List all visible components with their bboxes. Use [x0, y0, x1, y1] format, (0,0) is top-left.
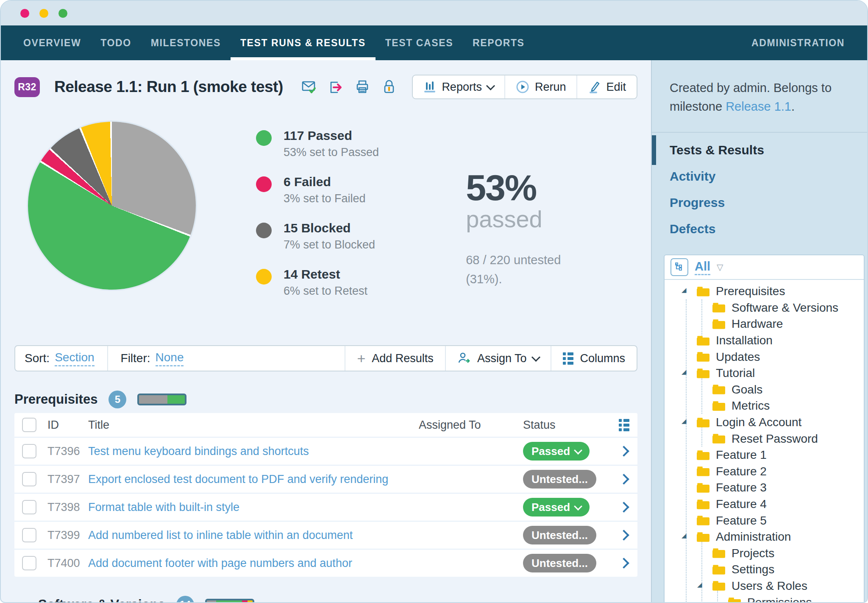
- tree-header: All ▽: [665, 255, 864, 280]
- filter-value-link[interactable]: None: [156, 351, 184, 366]
- row-checkbox[interactable]: [22, 500, 36, 514]
- status-dropdown[interactable]: Passed: [523, 442, 590, 461]
- tree-item-projects[interactable]: Projects: [665, 545, 864, 562]
- tree-item-updates[interactable]: Updates: [665, 349, 864, 365]
- table-row[interactable]: T7399 Add numbered list to inline table …: [14, 521, 637, 549]
- tree-item-feature-2[interactable]: Feature 2: [665, 463, 864, 480]
- open-test-chevron[interactable]: [618, 558, 629, 568]
- status-dropdown[interactable]: Untested...: [523, 554, 596, 572]
- assign-to-button[interactable]: Assign To: [445, 346, 551, 371]
- email-icon[interactable]: [301, 79, 317, 95]
- table-row[interactable]: T7398 Format table with built-in style P…: [14, 493, 637, 521]
- tab-milestones[interactable]: MILESTONES: [141, 25, 231, 60]
- tree-item-prerequisites[interactable]: ◢Prerequisites: [665, 283, 864, 300]
- section-software-versions: Software & Versions 14: [38, 595, 637, 603]
- folder-icon: [712, 384, 725, 395]
- test-title-link[interactable]: Add numbered list to inline table within…: [88, 529, 419, 542]
- tree-filter-caret-icon[interactable]: ▽: [717, 262, 723, 272]
- tree-item-hardware[interactable]: Hardware: [665, 316, 864, 332]
- tab-administration[interactable]: ADMINISTRATION: [742, 25, 854, 60]
- collapse-icon[interactable]: ◢: [682, 417, 687, 425]
- row-checkbox[interactable]: [22, 472, 36, 486]
- export-icon[interactable]: [328, 79, 343, 95]
- row-checkbox[interactable]: [22, 556, 36, 570]
- tree-item-feature-1[interactable]: Feature 1: [665, 447, 864, 463]
- row-checkbox[interactable]: [22, 444, 36, 458]
- sidebar-item-tests-results[interactable]: Tests & Results: [652, 137, 867, 163]
- reports-button-label: Reports: [442, 81, 482, 94]
- sidebar-item-defects[interactable]: Defects: [652, 216, 867, 242]
- open-test-chevron[interactable]: [618, 474, 629, 484]
- tree-item-reset-password[interactable]: Reset Password: [665, 430, 864, 447]
- table-header-row: ID Title Assigned To Status: [14, 413, 637, 437]
- test-title-link[interactable]: Format table with built-in style: [88, 501, 419, 514]
- passed-dot: [256, 130, 272, 146]
- tree-item-tutorial[interactable]: ◢Tutorial: [665, 365, 864, 382]
- select-all-checkbox[interactable]: [22, 418, 36, 432]
- tree-item-goals[interactable]: Goals: [665, 382, 864, 398]
- status-dropdown[interactable]: Untested...: [523, 526, 596, 544]
- tree-item-administration[interactable]: ◢Administration: [665, 529, 864, 545]
- test-title-link[interactable]: Export enclosed test document to PDF and…: [88, 473, 419, 486]
- reports-button[interactable]: Reports: [413, 75, 504, 98]
- collapse-icon[interactable]: ◢: [682, 286, 687, 294]
- lock-icon[interactable]: [381, 79, 397, 95]
- tests-table: ID Title Assigned To Status T7396 Test m…: [14, 413, 637, 577]
- edit-button[interactable]: Edit: [576, 75, 637, 98]
- table-row[interactable]: T7396 Test menu keyboard bindings and sh…: [14, 437, 637, 465]
- folder-icon: [697, 532, 709, 542]
- status-dropdown[interactable]: Passed: [523, 498, 590, 516]
- tab-test-runs-results[interactable]: TEST RUNS & RESULTS: [231, 25, 376, 60]
- tree-item-feature-5[interactable]: Feature 5: [665, 512, 864, 529]
- window-zoom-button[interactable]: [58, 9, 67, 18]
- tab-reports[interactable]: REPORTS: [463, 25, 534, 60]
- test-title-link[interactable]: Add document footer with page numbers an…: [88, 557, 419, 570]
- window-close-button[interactable]: [20, 9, 29, 18]
- tree-item-permissions[interactable]: Permissions: [665, 594, 864, 603]
- legend-failed-detail: 3% set to Failed: [284, 192, 366, 205]
- tree-filter-all-link[interactable]: All: [695, 260, 710, 275]
- status-dropdown[interactable]: Untested...: [523, 470, 596, 489]
- tree-item-feature-4[interactable]: Feature 4: [665, 496, 864, 513]
- row-checkbox[interactable]: [22, 528, 36, 542]
- tree-item-installation[interactable]: Installation: [665, 332, 864, 349]
- sidebar-item-progress[interactable]: Progress: [652, 190, 867, 216]
- tree-item-settings[interactable]: Settings: [665, 561, 864, 578]
- run-header: R32 Release 1.1: Run 1 (smoke test): [14, 70, 637, 103]
- table-row[interactable]: T7397 Export enclosed test document to P…: [14, 465, 637, 493]
- sort-label: Sort:: [25, 352, 50, 365]
- tree-view-icon[interactable]: [670, 258, 688, 276]
- print-icon[interactable]: [355, 79, 370, 95]
- tree-item-login-account[interactable]: ◢Login & Account: [665, 414, 864, 431]
- test-id: T7399: [47, 529, 88, 542]
- legend-retest-detail: 6% set to Retest: [284, 285, 367, 298]
- collapse-icon[interactable]: ◢: [682, 532, 687, 539]
- table-columns-icon[interactable]: [610, 419, 637, 431]
- tree-item-metrics[interactable]: Metrics: [665, 398, 864, 414]
- open-test-chevron[interactable]: [618, 446, 629, 456]
- tab-overview[interactable]: OVERVIEW: [14, 25, 91, 60]
- tree-item-users-roles[interactable]: ◢Users & Roles: [665, 578, 864, 595]
- columns-icon: [563, 352, 573, 365]
- rerun-button[interactable]: Rerun: [504, 75, 577, 98]
- tab-test-cases[interactable]: TEST CASES: [376, 25, 463, 60]
- test-title-link[interactable]: Test menu keyboard bindings and shortcut…: [88, 445, 419, 458]
- columns-button[interactable]: Columns: [551, 346, 637, 371]
- tab-todo[interactable]: TODO: [91, 25, 141, 60]
- chevron-down-icon: [531, 352, 540, 361]
- tree-item-feature-3[interactable]: Feature 3: [665, 480, 864, 496]
- window-titlebar: [1, 1, 867, 25]
- milestone-link[interactable]: Release 1.1: [726, 100, 791, 113]
- tree-list: ◢Prerequisites Software & Versions Hardw…: [665, 280, 864, 603]
- tree-item-software-versions[interactable]: Software & Versions: [665, 300, 864, 316]
- open-test-chevron[interactable]: [618, 530, 629, 540]
- window-minimize-button[interactable]: [39, 9, 48, 18]
- pie-legend: 117 Passed 53% set to Passed 6 Failed 3%…: [256, 122, 379, 298]
- sort-value-link[interactable]: Section: [55, 351, 94, 366]
- sidebar-item-activity[interactable]: Activity: [652, 163, 867, 190]
- open-test-chevron[interactable]: [618, 502, 629, 512]
- table-row[interactable]: T7400 Add document footer with page numb…: [14, 549, 637, 577]
- collapse-icon[interactable]: ◢: [682, 368, 687, 376]
- collapse-icon[interactable]: ◢: [697, 581, 702, 589]
- add-results-button[interactable]: + Add Results: [345, 346, 445, 371]
